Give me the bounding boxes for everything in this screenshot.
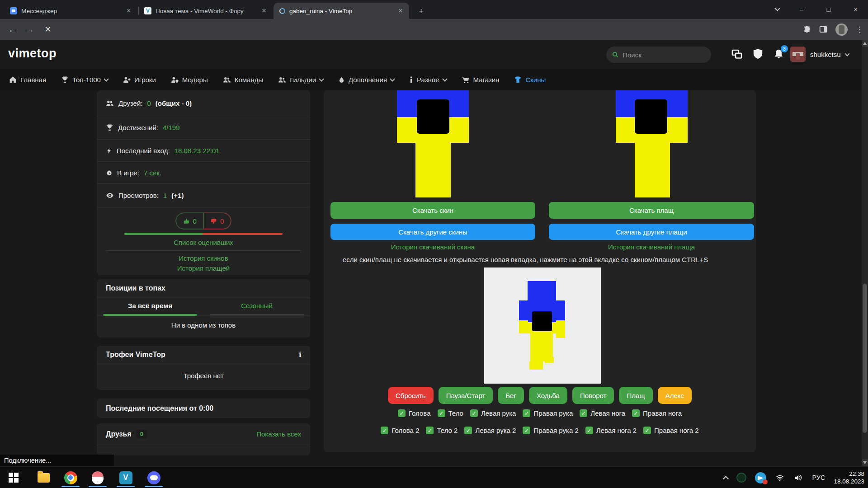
start-button[interactable] xyxy=(7,471,20,484)
username: shukketsu xyxy=(810,51,841,58)
tab-label: За всё время xyxy=(128,302,172,310)
tab-all-time[interactable]: За всё время xyxy=(97,297,203,315)
download-skin-button[interactable]: Скачать скин xyxy=(330,202,535,219)
checkbox-left-leg[interactable]: Левая нога xyxy=(580,409,625,417)
reset-button[interactable]: Сбросить xyxy=(388,387,434,404)
stat-row-views: Просмотров: 1 (+1) xyxy=(97,184,310,207)
pause-start-button[interactable]: Пауза/Старт xyxy=(439,387,493,404)
tab-close-icon[interactable]: × xyxy=(396,7,405,15)
cape-legs-area xyxy=(635,143,670,197)
volume-icon[interactable] xyxy=(793,474,803,482)
skin-downloads-history-link[interactable]: История скачиваний скина xyxy=(330,243,535,251)
window-maximize-button[interactable]: □ xyxy=(817,0,840,18)
tray-expand-icon[interactable] xyxy=(723,476,729,482)
browser-tab-vimeworld-forum[interactable]: V Новая тема - VimeWorld - Фору × xyxy=(140,3,273,19)
stop-loading-button[interactable]: ✕ xyxy=(40,22,56,37)
download-cape-button[interactable]: Скачать плащ xyxy=(549,202,754,219)
cape-button[interactable]: Плащ xyxy=(619,387,652,404)
browser-profile-avatar[interactable] xyxy=(835,23,848,36)
cape-downloads-history-link[interactable]: История скачиваний плаща xyxy=(549,243,754,251)
chat-windows-icon[interactable] xyxy=(731,48,743,60)
tab-close-icon[interactable]: × xyxy=(125,7,133,15)
browser-menu-icon[interactable]: ⋮ xyxy=(856,25,863,34)
tray-app-icon[interactable] xyxy=(736,473,746,483)
tab-close-icon[interactable]: × xyxy=(260,7,268,15)
nav-item-top1000[interactable]: Топ-1000 xyxy=(61,76,108,84)
user-menu[interactable]: shukketsu xyxy=(790,47,849,62)
page-scrollbar[interactable] xyxy=(862,40,868,466)
notifications-bell-icon[interactable]: 3 xyxy=(773,48,784,60)
window-close-button[interactable]: × xyxy=(844,0,867,18)
checkbox-left-arm[interactable]: Левая рука xyxy=(470,409,516,417)
search-input[interactable] xyxy=(623,51,705,59)
scrollbar-thumb[interactable] xyxy=(863,284,867,433)
info-icon[interactable]: i xyxy=(299,351,301,359)
window-minimize-button[interactable]: – xyxy=(790,0,813,18)
checkbox-right-arm[interactable]: Правая рука xyxy=(523,409,573,417)
side-panel-icon[interactable] xyxy=(819,25,827,33)
chrome-button[interactable] xyxy=(64,471,77,484)
extensions-icon[interactable] xyxy=(803,25,811,33)
download-other-capes-button[interactable]: Скачать другие плащи xyxy=(549,224,754,240)
download-other-skins-button[interactable]: Скачать другие скины xyxy=(330,224,535,240)
nav-item-home[interactable]: Главная xyxy=(9,76,46,84)
chrome-icon xyxy=(64,471,77,484)
browser-tab-messenger[interactable]: Мессенджер × xyxy=(5,3,137,19)
tab-title: Новая тема - VimeWorld - Фору xyxy=(156,8,256,14)
checkbox-head-2[interactable]: Голова 2 xyxy=(381,427,419,434)
nav-item-misc[interactable]: Разное xyxy=(409,76,447,84)
nav-item-teams[interactable]: Команды xyxy=(223,76,264,84)
site-logo[interactable]: vimetop xyxy=(8,47,57,61)
nav-item-moderators[interactable]: Модеры xyxy=(171,76,208,84)
checkbox-right-arm-2[interactable]: Правая рука 2 xyxy=(523,427,578,434)
skin-3d-viewer[interactable] xyxy=(484,267,601,384)
raters-list-link[interactable]: Список оценивших xyxy=(174,239,233,246)
checkbox-right-leg-2[interactable]: Правая нога 2 xyxy=(643,427,699,434)
cape-history-link[interactable]: История плащей xyxy=(177,264,230,272)
run-button[interactable]: Бег xyxy=(498,387,524,404)
checkbox-head[interactable]: Голова xyxy=(398,409,431,417)
checkbox-label: Левая рука 2 xyxy=(475,427,516,434)
file-explorer-button[interactable] xyxy=(37,471,50,484)
search-box[interactable] xyxy=(606,47,711,63)
tab-search-chevron-icon[interactable] xyxy=(766,0,788,18)
keyboard-language[interactable]: РУС xyxy=(812,474,825,481)
like-button[interactable]: 0 xyxy=(176,213,204,229)
nav-label: Команды xyxy=(235,76,264,84)
checkbox-right-leg[interactable]: Правая нога xyxy=(632,409,682,417)
scroll-up-arrow[interactable] xyxy=(862,40,868,47)
skin-history-link[interactable]: История скинов xyxy=(179,254,228,262)
wifi-icon[interactable] xyxy=(775,474,785,482)
nav-item-guilds[interactable]: Гильдии xyxy=(278,76,323,84)
taskbar-clock[interactable]: 22:38 18.08.2023 xyxy=(834,470,864,485)
show-all-link[interactable]: Показать всех xyxy=(256,430,301,438)
alex-button[interactable]: Алекс xyxy=(658,387,692,404)
discord-button[interactable] xyxy=(147,471,160,484)
checkbox-checked-icon xyxy=(585,427,593,434)
new-tab-button[interactable]: + xyxy=(415,5,427,17)
checkbox-left-leg-2[interactable]: Левая нога 2 xyxy=(585,427,637,434)
checkbox-checked-icon xyxy=(523,427,530,434)
checkbox-left-arm-2[interactable]: Левая рука 2 xyxy=(464,427,516,434)
browser-tab-vimetop-active[interactable]: gaben_ruina - VimeTop × xyxy=(274,3,409,19)
running-app-indicator xyxy=(145,486,163,487)
scroll-down-arrow[interactable] xyxy=(862,459,868,466)
telegram-icon[interactable] xyxy=(755,472,766,483)
forward-button[interactable]: → xyxy=(22,22,38,37)
nav-item-players[interactable]: Игроки xyxy=(123,76,156,84)
checkbox-body-2[interactable]: Тело 2 xyxy=(426,427,458,434)
launcher-button[interactable] xyxy=(91,471,104,484)
tab-seasonal[interactable]: Сезонный xyxy=(203,297,310,315)
dislike-button[interactable]: 0 xyxy=(204,213,231,229)
nav-item-shop[interactable]: Магазин xyxy=(462,76,500,84)
checkbox-body[interactable]: Тело xyxy=(438,409,463,417)
friends-count-badge: 0 xyxy=(136,430,147,438)
nav-item-addons[interactable]: Дополнения xyxy=(338,76,394,84)
like-count: 0 xyxy=(193,217,197,225)
walk-button[interactable]: Ходьба xyxy=(529,387,567,404)
shield-icon[interactable] xyxy=(752,48,764,60)
vimeworld-button[interactable]: V xyxy=(119,471,132,484)
back-button[interactable]: ← xyxy=(5,22,20,37)
nav-item-skins[interactable]: Скины xyxy=(514,76,546,84)
rotate-button[interactable]: Поворот xyxy=(572,387,614,404)
